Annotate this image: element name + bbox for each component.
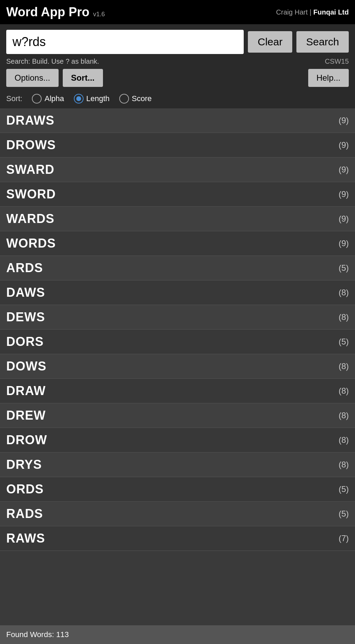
author-company: Funqai Ltd xyxy=(313,8,349,16)
word-score: (8) xyxy=(339,411,349,420)
word-score: (8) xyxy=(339,312,349,322)
author-info: Craig Hart | Funqai Ltd xyxy=(276,8,349,16)
word-score: (5) xyxy=(339,263,349,273)
sort-length-dot xyxy=(76,96,81,101)
word-text: DREW xyxy=(6,408,46,423)
word-row[interactable]: DRYS (8) xyxy=(0,453,355,477)
sort-score-label: Score xyxy=(132,94,151,103)
word-text: DRAWS xyxy=(6,113,54,128)
word-score: (5) xyxy=(339,337,349,347)
word-text: WORDS xyxy=(6,236,56,251)
word-text: DROW xyxy=(6,433,47,447)
sort-row: Sort: Alpha Length Score xyxy=(0,90,355,108)
word-row[interactable]: ORDS (5) xyxy=(0,477,355,502)
footer: Found Words: 113 xyxy=(0,625,355,644)
word-text: WARDS xyxy=(6,212,54,226)
word-text: SWARD xyxy=(6,162,54,177)
word-score: (9) xyxy=(339,239,349,248)
word-score: (9) xyxy=(339,189,349,199)
options-button[interactable]: Options... xyxy=(6,69,59,87)
search-input[interactable] xyxy=(6,30,244,54)
clear-button[interactable]: Clear xyxy=(248,31,292,53)
word-text: ARDS xyxy=(6,261,43,275)
word-text: RAWS xyxy=(6,531,45,546)
word-score: (9) xyxy=(339,214,349,224)
word-row[interactable]: SWORD (9) xyxy=(0,182,355,207)
search-button[interactable]: Search xyxy=(296,31,349,53)
search-area: Clear Search Search: Build. Use ? as bla… xyxy=(0,24,355,90)
word-row[interactable]: DRAWS (9) xyxy=(0,108,355,133)
sort-score[interactable]: Score xyxy=(119,94,151,104)
sort-button[interactable]: Sort... xyxy=(63,69,103,87)
word-row[interactable]: DORS (5) xyxy=(0,330,355,354)
sort-alpha-label: Alpha xyxy=(44,94,64,103)
word-text: DRYS xyxy=(6,457,42,472)
word-score: (9) xyxy=(339,140,349,150)
word-text: ORDS xyxy=(6,482,44,497)
dictionary-label: CSW15 xyxy=(325,57,349,65)
sort-length-label: Length xyxy=(86,94,110,103)
word-score: (9) xyxy=(339,116,349,125)
sort-score-radio[interactable] xyxy=(119,94,129,104)
word-score: (5) xyxy=(339,484,349,494)
word-row[interactable]: DOWS (8) xyxy=(0,354,355,379)
word-row[interactable]: DAWS (8) xyxy=(0,280,355,305)
word-score: (8) xyxy=(339,288,349,297)
word-row[interactable]: DEWS (8) xyxy=(0,305,355,330)
title-text: Word App Pro xyxy=(6,5,89,19)
word-row[interactable]: RADS (5) xyxy=(0,502,355,526)
sort-alpha[interactable]: Alpha xyxy=(32,94,64,104)
word-text: SWORD xyxy=(6,187,56,202)
word-row[interactable]: SWARD (9) xyxy=(0,158,355,182)
word-row[interactable]: DRAW (8) xyxy=(0,379,355,403)
app-header: Word App Pro v1.6 Craig Hart | Funqai Lt… xyxy=(0,0,355,24)
word-text: RADS xyxy=(6,507,43,521)
word-row[interactable]: WORDS (9) xyxy=(0,231,355,256)
word-row[interactable]: DROWS (9) xyxy=(0,133,355,158)
word-score: (8) xyxy=(339,386,349,396)
word-score: (8) xyxy=(339,460,349,469)
word-score: (9) xyxy=(339,165,349,175)
word-text: DORS xyxy=(6,334,44,349)
hint-text: Search: Build. Use ? as blank. xyxy=(6,57,99,65)
word-list: DRAWS (9) DROWS (9) SWARD (9) SWORD (9) … xyxy=(0,108,355,625)
found-words-text: Found Words: 113 xyxy=(6,630,69,639)
word-score: (5) xyxy=(339,509,349,519)
author-prefix: Craig Hart | xyxy=(276,8,313,16)
sort-length-radio[interactable] xyxy=(74,94,84,104)
sort-alpha-radio[interactable] xyxy=(32,94,42,104)
word-text: DRAW xyxy=(6,384,46,398)
word-row[interactable]: WARDS (9) xyxy=(0,207,355,231)
app-title: Word App Pro v1.6 xyxy=(6,5,105,19)
word-score: (8) xyxy=(339,361,349,371)
word-row[interactable]: DROW (8) xyxy=(0,428,355,453)
sort-label: Sort: xyxy=(6,94,22,103)
word-score: (8) xyxy=(339,435,349,445)
word-row[interactable]: RAWS (7) xyxy=(0,526,355,551)
word-row[interactable]: ARDS (5) xyxy=(0,256,355,280)
help-button[interactable]: Help... xyxy=(308,69,349,87)
word-score: (7) xyxy=(339,534,349,543)
sort-length[interactable]: Length xyxy=(74,94,110,104)
version-text: v1.6 xyxy=(93,11,105,18)
word-text: DEWS xyxy=(6,310,45,324)
word-text: DOWS xyxy=(6,359,46,374)
word-text: DAWS xyxy=(6,285,45,300)
word-row[interactable]: DREW (8) xyxy=(0,403,355,428)
word-text: DROWS xyxy=(6,138,56,152)
